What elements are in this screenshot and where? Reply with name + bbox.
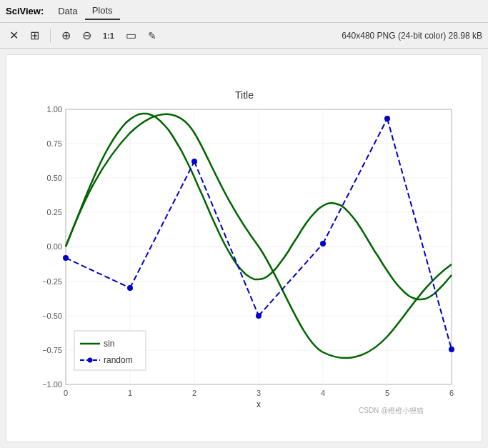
svg-point-34 <box>191 159 197 164</box>
svg-text:1: 1 <box>127 389 131 397</box>
tab-plots[interactable]: Plots <box>85 2 120 20</box>
image-info: 640x480 PNG (24-bit color) 28.98 kB <box>342 31 482 41</box>
topbar: SciView: Data Plots <box>0 0 488 23</box>
zoom-in-icon[interactable]: ⊕ <box>58 26 74 44</box>
image-icon[interactable]: ▭ <box>122 26 140 44</box>
svg-point-38 <box>449 347 454 352</box>
toolbar: ✕ ⊞ ⊕ ⊖ 1:1 ▭ ✎ 640x480 PNG (24-bit colo… <box>0 23 488 49</box>
svg-text:−0.50: −0.50 <box>42 312 62 320</box>
plot-title: Title <box>235 89 254 101</box>
svg-point-36 <box>320 241 326 247</box>
svg-text:−1.00: −1.00 <box>42 380 62 389</box>
svg-text:5: 5 <box>384 389 389 397</box>
svg-point-32 <box>63 255 69 261</box>
svg-text:0: 0 <box>63 389 67 397</box>
move-icon[interactable]: ✕ <box>6 26 22 44</box>
svg-text:−0.75: −0.75 <box>42 346 62 354</box>
watermark: CSDN @橙橙小狸猫 <box>359 407 424 414</box>
legend-random-dot <box>87 357 92 362</box>
svg-text:6: 6 <box>449 389 453 397</box>
zoom-out-icon[interactable]: ⊖ <box>79 26 95 44</box>
svg-text:1.00: 1.00 <box>46 105 61 114</box>
svg-text:0.50: 0.50 <box>46 174 61 182</box>
tab-data[interactable]: Data <box>51 3 84 19</box>
grid-icon[interactable]: ⊞ <box>26 26 43 44</box>
fit-icon[interactable]: 1:1 <box>99 29 118 42</box>
svg-text:3: 3 <box>256 389 260 397</box>
svg-text:2: 2 <box>191 389 196 397</box>
svg-text:0.75: 0.75 <box>46 139 61 148</box>
plot-container: Title <box>6 54 482 442</box>
legend-sin-label: sin <box>104 339 114 349</box>
svg-text:0.25: 0.25 <box>46 208 61 216</box>
svg-point-33 <box>127 285 133 291</box>
x-axis-title: x <box>257 399 261 409</box>
svg-point-37 <box>384 116 390 121</box>
svg-point-35 <box>256 313 262 319</box>
legend-random-label: random <box>104 355 133 365</box>
sciview-label: SciView: <box>6 6 44 16</box>
picker-icon[interactable]: ✎ <box>144 28 160 44</box>
svg-text:−0.25: −0.25 <box>42 277 62 286</box>
svg-text:4: 4 <box>320 389 324 397</box>
plot-svg: Title <box>16 77 473 420</box>
separator-1 <box>50 29 51 43</box>
svg-text:0.00: 0.00 <box>46 242 61 251</box>
